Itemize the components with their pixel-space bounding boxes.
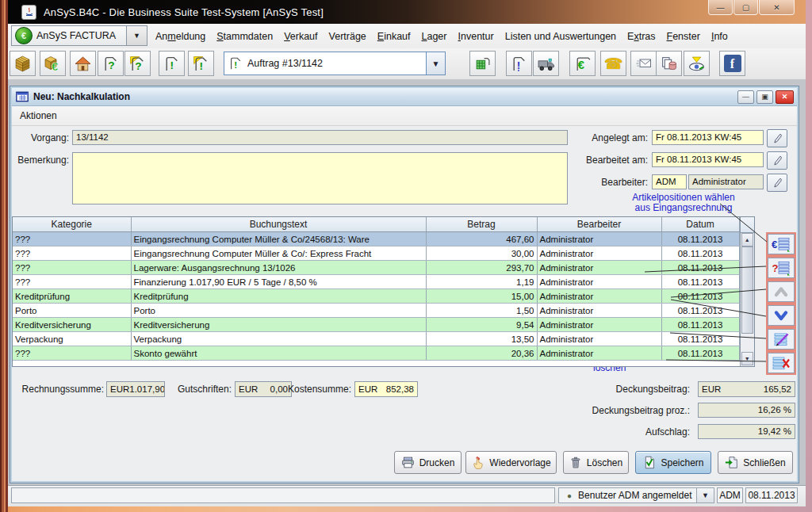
- articles-prices-button[interactable]: €: [40, 51, 66, 76]
- schliessen-button[interactable]: Schließen: [718, 451, 793, 474]
- cell-betrag: 15,00: [426, 289, 537, 304]
- close-button[interactable]: ✕: [759, 0, 795, 15]
- reminder-document-button[interactable]: !: [506, 51, 532, 76]
- move-row-down-button[interactable]: [766, 304, 796, 327]
- menu-einkauf[interactable]: Einkauf: [377, 31, 411, 42]
- menu-anmeldung[interactable]: Anmeldung: [155, 31, 205, 42]
- scrollbar-thumb[interactable]: [741, 246, 754, 334]
- dialog-minimize-button[interactable]: —: [737, 90, 754, 104]
- col-header-datum[interactable]: Datum: [661, 217, 739, 232]
- scroll-up-button[interactable]: ▲: [741, 233, 754, 246]
- new-order-button[interactable]: !: [188, 51, 214, 76]
- order-combobox-dropdown[interactable]: ▼: [427, 52, 446, 75]
- cell-datum: 08.11.2013: [661, 346, 739, 361]
- edit-row-button[interactable]: [766, 327, 796, 351]
- invoice-button[interactable]: €: [569, 51, 596, 76]
- cell-betrag: 293,70: [426, 261, 537, 275]
- table-row[interactable]: ???Skonto gewährt20,36Administrator08.11…: [13, 346, 739, 361]
- col-header-bearbeiter[interactable]: Bearbeiter: [537, 217, 661, 232]
- menu-verkauf[interactable]: Verkauf: [284, 31, 317, 42]
- doc-exclaim-icon: !: [228, 56, 243, 71]
- phone-icon: ☎: [604, 56, 623, 71]
- col-header-buchungstext[interactable]: Buchungstext: [131, 217, 426, 232]
- minimize-button[interactable]: —: [708, 0, 733, 15]
- angelegt-edit-button[interactable]: [767, 129, 787, 147]
- book-other-costs-button[interactable]: ?: [766, 256, 796, 280]
- user-status-combo[interactable]: ● Benutzer ADM angemeldet ▼: [558, 487, 714, 503]
- menu-lager[interactable]: Lager: [422, 31, 447, 42]
- home-icon: [75, 55, 91, 72]
- gutschriften-label: Gutschriften:: [139, 384, 232, 395]
- table-row[interactable]: ???Eingangsrechnung Computer Müller & Co…: [13, 246, 739, 261]
- home-button[interactable]: [70, 51, 96, 76]
- module-selector[interactable]: € AnSyS FACTURA ▼: [11, 25, 147, 46]
- table-row[interactable]: VerpackungVerpackung13,50Administrator08…: [13, 332, 739, 346]
- table-row[interactable]: ???Eingangsrechnung Computer Müller & Co…: [13, 232, 739, 246]
- articles-button[interactable]: [10, 51, 36, 76]
- email-button[interactable]: [630, 51, 657, 76]
- bearbeiter-name-field[interactable]: Administrator: [688, 174, 764, 189]
- dialog-close-button[interactable]: ✕: [776, 90, 794, 104]
- cell-kategorie: ???: [13, 246, 131, 261]
- bearbeitet-am-field[interactable]: Fr 08.11.2013 KW:45: [652, 152, 764, 167]
- loeschen-button[interactable]: Löschen: [563, 451, 629, 474]
- phone-button[interactable]: ☎: [600, 51, 626, 76]
- module-selector-label: AnSyS FACTURA: [36, 30, 126, 41]
- preview-button[interactable]: [684, 51, 710, 76]
- cell-buchungstext: Verpackung: [131, 332, 426, 346]
- user-code-field: ADM: [717, 487, 743, 503]
- user-status-text: Benutzer ADM angemeldet: [578, 490, 696, 501]
- table-row[interactable]: KreditversicherungKreditversicherung9,54…: [13, 318, 739, 332]
- scroll-down-button[interactable]: ▼: [741, 352, 754, 365]
- list-document-button[interactable]: [469, 51, 496, 76]
- table-scrollbar[interactable]: ▲ ▼: [740, 217, 755, 366]
- cell-bearbeiter: Administrator: [537, 275, 661, 289]
- maximize-button[interactable]: ▢: [733, 0, 758, 15]
- user-status-dropdown[interactable]: ▼: [696, 488, 714, 502]
- table-row[interactable]: ???Lagerware: Ausgangsrechnung 13/102629…: [13, 261, 739, 275]
- open-order-button[interactable]: !: [159, 51, 185, 76]
- facebook-button[interactable]: f: [719, 51, 745, 76]
- bemerkung-label: Bemerkung:: [13, 155, 69, 166]
- table-row[interactable]: KreditprüfungKreditprüfung15,00Administr…: [13, 289, 739, 304]
- move-row-up-button[interactable]: [766, 280, 796, 304]
- angelegt-am-field[interactable]: Fr 08.11.2013 KW:45: [652, 130, 764, 145]
- menu-fenster[interactable]: Fenster: [667, 31, 700, 42]
- new-search-document-button[interactable]: ?: [124, 51, 151, 76]
- dialog-restore-button[interactable]: ▣: [756, 90, 773, 104]
- search-document-button[interactable]: ?: [98, 51, 124, 76]
- menu-listen[interactable]: Listen und Auswertungen: [505, 31, 616, 42]
- menu-vertraege[interactable]: Verträge: [329, 31, 366, 42]
- menu-inventur[interactable]: Inventur: [458, 31, 494, 42]
- main-titlebar: AnSyS.B4C - Die Business Suite Test-Syst…: [8, 0, 806, 25]
- copy-database-icon: [661, 55, 677, 72]
- module-selector-dropdown[interactable]: ▼: [126, 26, 147, 45]
- cell-datum: 08.11.2013: [661, 275, 739, 289]
- speichern-button[interactable]: Speichern: [635, 451, 711, 474]
- doc-question-new-icon: ?: [129, 55, 146, 72]
- bearbeitet-edit-button[interactable]: [767, 151, 787, 170]
- table-row[interactable]: ???Finanzierung 1.017,90 EUR / 5 Tage / …: [13, 275, 739, 289]
- order-combobox[interactable]: ! Auftrag #13/1142: [224, 52, 427, 75]
- cell-kategorie: ???: [13, 232, 131, 246]
- delete-row-button[interactable]: [766, 351, 796, 375]
- pick-from-invoice-button[interactable]: €: [766, 232, 796, 256]
- save-check-icon: [642, 456, 656, 469]
- bearbeiter-edit-button[interactable]: [767, 174, 787, 192]
- menu-stammdaten[interactable]: Stammdaten: [216, 31, 273, 42]
- cell-kategorie: Porto: [13, 304, 131, 318]
- shipping-button[interactable]: [533, 51, 559, 76]
- copy-data-button[interactable]: [656, 51, 682, 76]
- menu-info[interactable]: Info: [711, 31, 728, 42]
- table-row[interactable]: PortoPorto1,50Administrator08.11.2013: [13, 304, 739, 318]
- col-header-betrag[interactable]: Betrag: [426, 217, 537, 232]
- col-header-kategorie[interactable]: Kategorie: [13, 217, 131, 232]
- dialog-titlebar[interactable]: Neu: Nachkalkulation — ▣ ✕: [12, 88, 797, 106]
- svg-text:!: !: [170, 59, 174, 71]
- menu-aktionen[interactable]: Aktionen: [20, 110, 57, 121]
- drucken-button[interactable]: Drucken: [394, 451, 462, 474]
- menu-extras[interactable]: Extras: [627, 31, 655, 42]
- wiedervorlage-button[interactable]: Wiedervorlage: [465, 451, 557, 474]
- status-message-field: [11, 487, 555, 503]
- bearbeiter-code-field[interactable]: ADM: [652, 174, 687, 189]
